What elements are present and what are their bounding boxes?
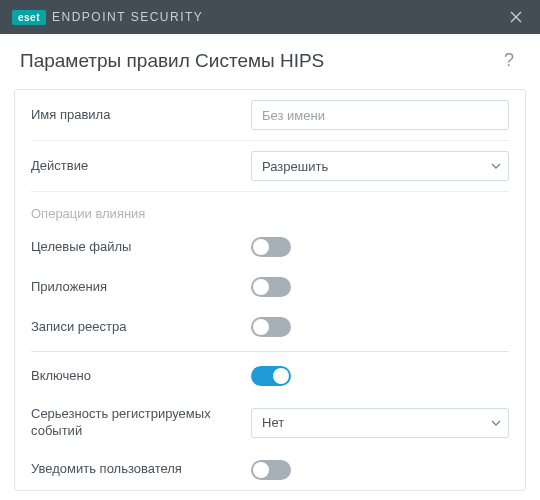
registry-entries-label: Записи реестра — [31, 319, 251, 336]
notify-user-toggle[interactable] — [251, 460, 291, 480]
close-button[interactable] — [502, 3, 530, 31]
registry-entries-toggle[interactable] — [251, 317, 291, 337]
notify-user-label: Уведомить пользователя — [31, 461, 251, 478]
row-notify-user: Уведомить пользователя — [15, 450, 525, 490]
help-icon: ? — [504, 50, 514, 70]
action-select[interactable]: Разрешить — [251, 151, 509, 181]
enabled-label: Включено — [31, 368, 251, 385]
row-rule-name: Имя правила — [15, 90, 525, 140]
rule-name-input[interactable] — [251, 100, 509, 130]
applications-label: Приложения — [31, 279, 251, 296]
severity-label: Серьезность регистрируемых событий — [31, 406, 251, 440]
brand-text: ENDPOINT SECURITY — [52, 10, 203, 24]
divider — [31, 351, 509, 352]
header: Параметры правил Системы HIPS ? — [0, 34, 540, 89]
row-registry-entries: Записи реестра — [15, 307, 525, 347]
row-action: Действие Разрешить — [15, 141, 525, 191]
row-applications: Приложения — [15, 267, 525, 307]
help-button[interactable]: ? — [498, 48, 520, 73]
severity-select-value: Нет — [262, 415, 284, 430]
applications-toggle[interactable] — [251, 277, 291, 297]
action-label: Действие — [31, 158, 251, 175]
titlebar: eset ENDPOINT SECURITY — [0, 0, 540, 34]
operations-section-label: Операции влияния — [15, 192, 525, 227]
rule-name-label: Имя правила — [31, 107, 251, 124]
page-title: Параметры правил Системы HIPS — [20, 50, 324, 72]
row-target-files: Целевые файлы — [15, 227, 525, 267]
action-select-value: Разрешить — [262, 159, 328, 174]
footer: Назад Далее Отмена — [0, 491, 540, 500]
close-icon — [510, 11, 522, 23]
target-files-toggle[interactable] — [251, 237, 291, 257]
enabled-toggle[interactable] — [251, 366, 291, 386]
row-enabled: Включено — [15, 356, 525, 396]
row-severity: Серьезность регистрируемых событий Нет — [15, 396, 525, 450]
target-files-label: Целевые файлы — [31, 239, 251, 256]
brand-badge: eset — [12, 10, 46, 25]
severity-select[interactable]: Нет — [251, 408, 509, 438]
form-panel: Имя правила Действие Разрешить Операции … — [14, 89, 526, 491]
brand-logo: eset ENDPOINT SECURITY — [12, 10, 203, 25]
